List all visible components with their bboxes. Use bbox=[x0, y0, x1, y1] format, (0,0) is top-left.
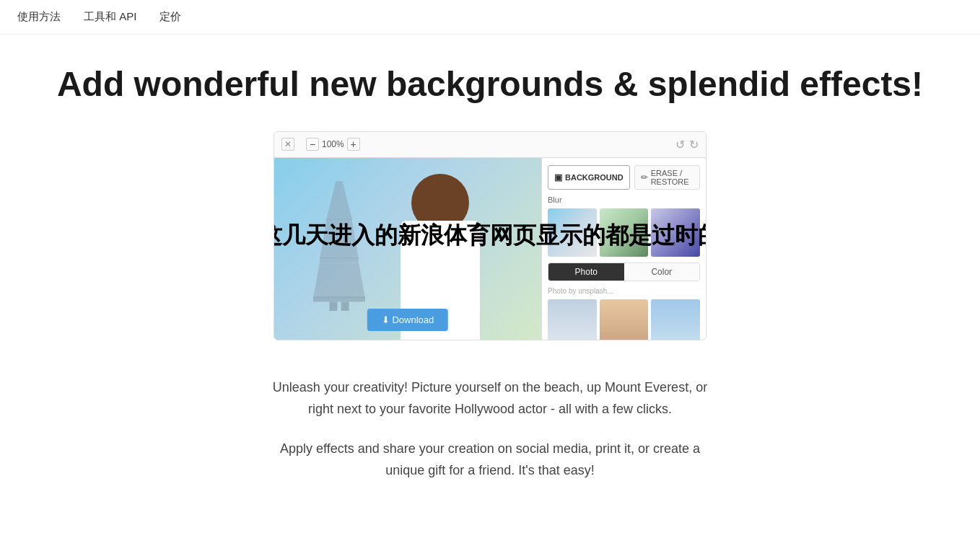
mockup-toolbar: ✕ − 100% + ↺ ↻ bbox=[274, 132, 706, 158]
photo-area: ⬇ Download bbox=[274, 158, 541, 340]
bg-thumb-1[interactable] bbox=[548, 208, 597, 257]
nav-tools-api[interactable]: 工具和 API bbox=[84, 10, 136, 24]
toggle-photo[interactable]: Photo bbox=[548, 263, 624, 281]
panel-tabs: ▣ BACKGROUND ✏ ERASE / RESTORE bbox=[548, 165, 700, 190]
hero-title: Add wonderful new backgrounds & splendid… bbox=[57, 63, 923, 105]
bg-thumb-r2[interactable] bbox=[600, 299, 649, 339]
description-section: Unleash your creativity! Picture yoursel… bbox=[266, 376, 714, 482]
navigation: 使用方法 工具和 API 定价 bbox=[0, 0, 980, 35]
bg-thumbnails-top bbox=[548, 208, 700, 257]
close-icon: ✕ bbox=[284, 139, 292, 149]
svg-marker-4 bbox=[313, 263, 365, 298]
nav-how-to-use[interactable]: 使用方法 bbox=[17, 10, 61, 24]
redo-icon[interactable]: ↻ bbox=[689, 138, 699, 151]
tab-background[interactable]: ▣ BACKGROUND bbox=[548, 165, 630, 190]
zoom-controls: − 100% + bbox=[306, 138, 360, 151]
svg-rect-1 bbox=[326, 219, 352, 222]
bg-thumb-3[interactable] bbox=[651, 208, 700, 257]
background-panel: ▣ BACKGROUND ✏ ERASE / RESTORE Blur Phot… bbox=[541, 158, 706, 340]
svg-marker-0 bbox=[326, 181, 352, 220]
description-para2: Apply effects and share your creation on… bbox=[266, 438, 714, 482]
undo-icon[interactable]: ↺ bbox=[675, 138, 685, 151]
description-para1: Unleash your creativity! Picture yoursel… bbox=[266, 376, 714, 420]
main-content: Add wonderful new backgrounds & splendid… bbox=[0, 35, 980, 511]
tab-background-label: BACKGROUND bbox=[565, 173, 624, 182]
zoom-value: 100% bbox=[322, 139, 344, 149]
nav-pricing[interactable]: 定价 bbox=[159, 10, 181, 24]
svg-rect-6 bbox=[330, 301, 338, 311]
toolbar-actions: ↺ ↻ bbox=[675, 138, 699, 151]
bg-thumb-2[interactable] bbox=[600, 208, 649, 257]
tab-erase-label: ERASE / RESTORE bbox=[651, 169, 694, 186]
svg-marker-2 bbox=[320, 222, 359, 258]
photo-color-toggle: Photo Color bbox=[548, 263, 700, 281]
app-mockup: ✕ − 100% + ↺ ↻ bbox=[274, 131, 706, 340]
eiffel-tower-icon bbox=[296, 181, 382, 311]
bg-thumb-r3[interactable] bbox=[651, 299, 700, 339]
svg-rect-3 bbox=[320, 257, 359, 263]
toggle-color[interactable]: Color bbox=[624, 263, 700, 281]
svg-rect-7 bbox=[341, 301, 349, 311]
photo-by-label: Photo by unsplash... bbox=[548, 287, 700, 295]
background-tab-icon: ▣ bbox=[554, 172, 562, 182]
zoom-in-button[interactable]: + bbox=[347, 138, 360, 151]
bg-thumbnails-bottom bbox=[548, 299, 700, 339]
bg-thumb-r1[interactable] bbox=[548, 299, 597, 339]
erase-tab-icon: ✏ bbox=[641, 172, 648, 182]
blur-label: Blur bbox=[548, 195, 700, 204]
tab-erase-restore[interactable]: ✏ ERASE / RESTORE bbox=[634, 165, 700, 190]
svg-rect-5 bbox=[313, 296, 365, 301]
zoom-out-button[interactable]: − bbox=[306, 138, 319, 151]
close-button[interactable]: ✕ bbox=[281, 138, 294, 151]
download-button[interactable]: ⬇ Download bbox=[367, 309, 448, 331]
